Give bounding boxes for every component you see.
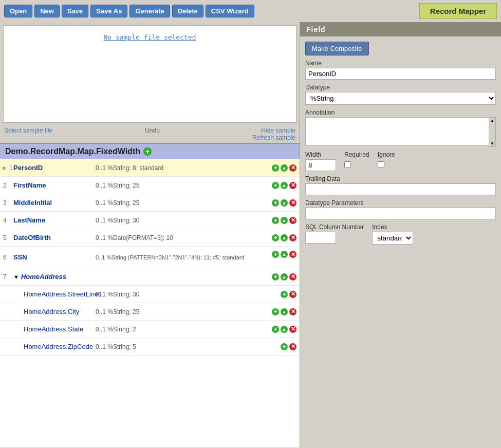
delete-row-icon[interactable]: ✕ [289,164,296,172]
annotation-scrollbar[interactable]: ▲ ▼ [489,117,496,147]
selected-arrow-icon: » [2,164,6,172]
row-actions: + ▲ ✕ [272,199,296,207]
add-row-icon[interactable]: + [281,343,288,350]
add-row-icon[interactable]: + [272,308,279,315]
row-number: 2 [3,182,13,189]
field-name: SSN [13,253,96,261]
table-row[interactable]: 4 LastName 0..1 %String; 30 + ▲ ✕ [0,212,300,229]
name-input[interactable] [305,68,496,80]
sql-col-input[interactable] [305,232,336,244]
datatype-params-input[interactable] [305,208,496,219]
row-actions: + ▲ ✕ [272,326,296,333]
annotation-textarea[interactable] [305,117,496,145]
datatype-label: Datatype [305,84,496,91]
table-row[interactable]: » 1 PersonID 0..1 %String; 8; standard +… [0,159,300,177]
up-row-icon[interactable]: ▲ [281,182,288,189]
add-row-icon[interactable]: + [272,273,279,281]
table-row[interactable]: HomeAddress.StreetLine1 0..1 %String; 30… [0,286,300,303]
table-row[interactable]: HomeAddress.City 0..1 %String; 25 + ▲ ✕ [0,303,300,321]
datatype-params-label: Datatype Parameters [305,199,496,207]
trailing-data-input[interactable] [305,183,496,195]
field-desc: 0..1 %String; 5 [96,343,281,350]
scroll-down-icon[interactable]: ▼ [490,141,495,146]
add-row-icon[interactable]: + [272,164,279,172]
trailing-data-label: Trailing Data [305,175,496,182]
generate-button[interactable]: Generate [129,5,170,17]
make-composite-button[interactable]: Make Composite [305,42,369,55]
ignore-label: Ignore [378,151,395,158]
index-label: Index [372,223,413,231]
ignore-field-group: Ignore [378,151,395,168]
up-row-icon[interactable]: ▲ [281,164,288,172]
delete-row-icon[interactable]: ✕ [289,326,296,333]
refresh-sample-link[interactable]: Refresh sample [252,134,295,141]
field-name: HomeAddress [21,273,103,281]
row-actions: + ▲ ✕ [272,273,296,281]
select-sample-link[interactable]: Select sample file [4,127,52,141]
field-desc: 0..1 %String; 25 [96,182,272,189]
no-sample-text[interactable]: No sample file selected [103,33,196,41]
row-number: 5 [3,234,13,241]
table-row[interactable]: 5 DateOfBirth 0..1 %Date(FORMAT=3); 10 +… [0,229,300,247]
hide-sample-link[interactable]: Hide sample [261,127,295,134]
delete-row-icon[interactable]: ✕ [289,308,296,315]
required-checkbox[interactable] [344,161,351,168]
open-button[interactable]: Open [4,5,32,17]
row-actions: + ▲ ✕ [272,182,296,189]
table-row[interactable]: 7 ▼ HomeAddress + ▲ ✕ [0,268,300,286]
add-field-icon[interactable]: + [143,147,152,156]
up-row-icon[interactable]: ▲ [281,217,288,224]
delete-row-icon[interactable]: ✕ [289,182,296,189]
undo-label[interactable]: Undo [145,127,160,141]
field-name: MiddleInitial [13,199,96,207]
up-row-icon[interactable]: ▲ [281,308,288,315]
scroll-up-icon[interactable]: ▲ [490,118,495,123]
delete-row-icon[interactable]: ✕ [289,199,296,207]
up-row-icon[interactable]: ▲ [281,234,288,241]
delete-row-icon[interactable]: ✕ [289,343,296,350]
index-select[interactable]: standard none bitmap bitslice [372,232,413,245]
add-row-icon[interactable]: + [272,326,279,333]
table-row[interactable]: 3 MiddleInitial 0..1 %String; 25 + ▲ ✕ [0,194,300,212]
width-input[interactable] [305,159,336,171]
delete-row-icon[interactable]: ✕ [289,273,296,281]
row-actions: + ✕ [281,291,296,298]
main-layout: No sample file selected Select sample fi… [0,22,501,447]
save-as-button[interactable]: Save As [90,5,127,17]
add-row-icon[interactable]: + [272,182,279,189]
up-row-icon[interactable]: ▲ [281,251,288,258]
add-row-icon[interactable]: + [272,251,279,258]
add-row-icon[interactable]: + [281,291,288,298]
up-row-icon[interactable]: ▲ [281,326,288,333]
delete-row-icon[interactable]: ✕ [289,217,296,224]
save-button[interactable]: Save [62,5,88,17]
table-row[interactable]: 2 FirstName 0..1 %String; 25 + ▲ ✕ [0,177,300,194]
delete-row-icon[interactable]: ✕ [289,291,296,298]
sample-toolbar: Select sample file Undo Hide sample Refr… [0,126,300,143]
table-row[interactable]: HomeAddress.State 0..1 %String; 2 + ▲ ✕ [0,321,300,338]
sql-col-label: SQL Column Number [305,223,364,231]
add-row-icon[interactable]: + [272,217,279,224]
add-row-icon[interactable]: + [272,234,279,241]
table-row[interactable]: HomeAddress.ZipCode 0..1 %String; 5 + ✕ [0,338,300,356]
required-label: Required [344,151,369,158]
csv-wizard-button[interactable]: CSV Wizard [206,5,254,17]
datatype-field-group: Datatype %String %Integer %Date %Boolean… [305,84,496,105]
name-label: Name [305,60,496,67]
row-actions: + ▲ ✕ [272,308,296,315]
collapse-icon[interactable]: ▼ [13,274,19,280]
field-name: HomeAddress.City [13,308,96,315]
delete-row-icon[interactable]: ✕ [289,234,296,241]
new-button[interactable]: New [34,5,60,17]
ignore-checkbox[interactable] [378,161,384,168]
up-row-icon[interactable]: ▲ [281,273,288,281]
delete-button[interactable]: Delete [172,5,203,17]
up-row-icon[interactable]: ▲ [281,199,288,207]
row-actions: + ▲ ✕ [272,234,296,241]
delete-row-icon[interactable]: ✕ [289,251,296,258]
add-row-icon[interactable]: + [272,199,279,207]
datatype-select[interactable]: %String %Integer %Date %Boolean %Float [305,92,496,105]
row-number: 3 [3,199,13,207]
field-name: LastName [13,216,96,224]
table-row[interactable]: 6 SSN 0..1 %String (PATTERN=3N1"-"2N1"-"… [0,247,300,268]
